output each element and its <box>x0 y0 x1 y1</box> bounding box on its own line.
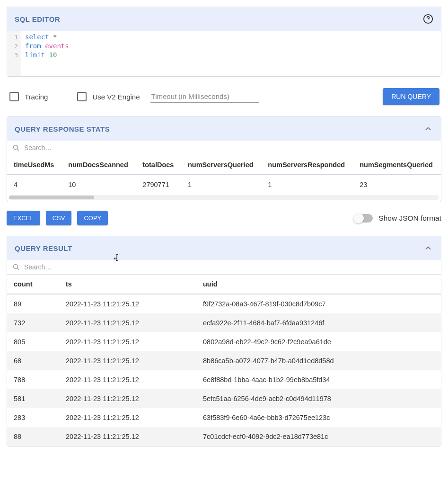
result-cell-ts: 2022-11-23 11:21:25.12 <box>59 351 196 370</box>
result-search-bar <box>7 260 441 275</box>
stats-search-bar <box>7 141 441 155</box>
table-row[interactable]: 7322022-11-23 11:21:25.12ecfa922e-2f11-4… <box>7 313 441 332</box>
sql-editor-panel: SQL EDITOR 1 2 3 select * from events li… <box>7 7 441 77</box>
json-toggle[interactable] <box>355 214 373 223</box>
stats-table-scroll[interactable]: timeUsedMs numDocsScanned totalDocs numS… <box>7 155 441 194</box>
csv-button[interactable]: CSV <box>46 211 72 225</box>
result-cell-ts: 2022-11-23 11:21:25.12 <box>59 370 196 389</box>
table-row[interactable]: 892022-11-23 11:21:25.12f9f2732a-08a3-46… <box>7 294 441 313</box>
gutter-line: 2 <box>10 42 18 51</box>
result-table: count ts uuid 892022-11-23 11:21:25.12f9… <box>7 275 441 446</box>
table-row[interactable]: 2832022-11-23 11:21:25.1263f583f9-6e60-4… <box>7 408 441 427</box>
stats-header[interactable]: QUERY RESPONSE STATS <box>7 117 441 141</box>
table-row[interactable]: 8052022-11-23 11:21:25.120802a98d-eb22-4… <box>7 332 441 351</box>
result-cell-count: 68 <box>7 351 59 370</box>
gutter-line: 3 <box>10 51 18 60</box>
result-cell-count: 805 <box>7 332 59 351</box>
gutter-line: 1 <box>10 33 18 42</box>
horizontal-scrollbar[interactable] <box>9 195 439 200</box>
svg-point-2 <box>13 145 18 149</box>
copy-button[interactable]: COPY <box>77 211 108 225</box>
chevron-up-icon[interactable] <box>423 124 433 134</box>
result-cell-uuid: 6e8f88bd-1bba-4aac-b1b2-99eb8ba5fd34 <box>196 370 441 389</box>
code-lines[interactable]: select * from events limit 10 <box>21 31 441 76</box>
json-toggle-label: Show JSON format <box>378 214 441 223</box>
result-header[interactable]: QUERY RESULT <box>7 236 441 260</box>
result-cell-ts: 2022-11-23 11:21:25.12 <box>59 427 196 446</box>
result-cell-count: 88 <box>7 427 59 446</box>
result-cell-ts: 2022-11-23 11:21:25.12 <box>59 313 196 332</box>
stats-panel: QUERY RESPONSE STATS timeUsedMs numDocsS… <box>7 116 441 202</box>
stats-col-header[interactable]: numSegmentsQueried <box>353 155 441 175</box>
result-cell-ts: 2022-11-23 11:21:25.12 <box>59 389 196 408</box>
controls-row: Tracing Use V2 Engine RUN QUERY <box>7 85 441 116</box>
result-cell-count: 283 <box>7 408 59 427</box>
stats-col-header[interactable]: numServersResponded <box>261 155 353 175</box>
usev2-checkbox[interactable]: Use V2 Engine <box>77 92 140 101</box>
run-query-button[interactable]: RUN QUERY <box>383 88 439 105</box>
stats-header-row: timeUsedMs numDocsScanned totalDocs numS… <box>7 155 441 175</box>
tracing-checkbox[interactable]: Tracing <box>9 92 48 101</box>
checkbox-box-icon <box>9 92 19 101</box>
result-cell-uuid: 7c01cdcf-ecf0-4092-9dc2-ea18d773e81c <box>196 427 441 446</box>
stats-cell: 23 <box>353 175 441 194</box>
result-cell-uuid: 8b86ca5b-a072-4077-b47b-a04d1ed8d58d <box>196 351 441 370</box>
excel-button[interactable]: EXCEL <box>7 211 40 225</box>
stats-col-header[interactable]: numDocsScanned <box>61 155 136 175</box>
result-col-header[interactable]: count <box>7 275 59 294</box>
result-cell-uuid: 63f583f9-6e60-4a6e-bbb3-d72675ee123c <box>196 408 441 427</box>
code-line: select * <box>25 33 437 42</box>
result-cell-uuid: f9f2732a-08a3-467f-819f-030c8d7b09c7 <box>196 294 441 313</box>
code-line: limit 10 <box>25 51 437 60</box>
result-panel: QUERY RESULT count ts uuid <box>7 236 441 446</box>
stats-cell: 4 <box>7 175 61 194</box>
table-row[interactable]: 5812022-11-23 11:21:25.125efc51aa-6256-4… <box>7 389 441 408</box>
stats-col-header[interactable]: numServersQueried <box>181 155 261 175</box>
usev2-label: Use V2 Engine <box>92 93 140 101</box>
svg-point-3 <box>13 264 18 268</box>
json-toggle-wrap: Show JSON format <box>355 214 441 223</box>
code-line: from events <box>25 42 437 51</box>
checkbox-box-icon <box>77 92 87 101</box>
result-cell-count: 732 <box>7 313 59 332</box>
stats-cell: 10 <box>61 175 136 194</box>
export-row: EXCEL CSV COPY Show JSON format <box>7 211 441 225</box>
table-row[interactable]: 882022-11-23 11:21:25.127c01cdcf-ecf0-40… <box>7 427 441 446</box>
result-cell-ts: 2022-11-23 11:21:25.12 <box>59 408 196 427</box>
stats-search-input[interactable] <box>24 144 436 152</box>
result-header-row: count ts uuid <box>7 275 441 294</box>
help-icon[interactable] <box>423 14 433 24</box>
result-cell-uuid: ecfa922e-2f11-4684-baf7-6fdaa931246f <box>196 313 441 332</box>
table-row[interactable]: 7882022-11-23 11:21:25.126e8f88bd-1bba-4… <box>7 370 441 389</box>
stats-cell: 1 <box>181 175 261 194</box>
result-cell-count: 788 <box>7 370 59 389</box>
stats-cell: 2790771 <box>136 175 181 194</box>
stats-cell: 1 <box>261 175 353 194</box>
sql-editor-title: SQL EDITOR <box>15 15 60 23</box>
result-search-input[interactable] <box>24 263 436 271</box>
code-gutter: 1 2 3 <box>7 31 21 76</box>
stats-col-header[interactable]: timeUsedMs <box>7 155 61 175</box>
search-icon <box>12 263 20 271</box>
result-cell-uuid: 0802a98d-eb22-49c2-9c62-f2c9ea9a61de <box>196 332 441 351</box>
table-row[interactable]: 682022-11-23 11:21:25.128b86ca5b-a072-40… <box>7 351 441 370</box>
svg-point-1 <box>428 21 428 21</box>
scrollbar-thumb[interactable] <box>9 196 94 199</box>
sql-code-editor[interactable]: 1 2 3 select * from events limit 10 <box>7 31 441 76</box>
result-cell-ts: 2022-11-23 11:21:25.12 <box>59 332 196 351</box>
result-col-header[interactable]: ts <box>59 275 196 294</box>
toggle-knob <box>353 213 364 223</box>
result-title: QUERY RESULT <box>15 244 72 252</box>
stats-table: timeUsedMs numDocsScanned totalDocs numS… <box>7 155 441 194</box>
result-cell-ts: 2022-11-23 11:21:25.12 <box>59 294 196 313</box>
stats-title: QUERY RESPONSE STATS <box>15 125 110 133</box>
result-cell-uuid: 5efc51aa-6256-4de9-acb2-c0d494d11978 <box>196 389 441 408</box>
stats-row: 4 10 2790771 1 1 23 <box>7 175 441 194</box>
result-table-scroll[interactable]: count ts uuid 892022-11-23 11:21:25.12f9… <box>7 275 441 446</box>
stats-col-header[interactable]: totalDocs <box>136 155 181 175</box>
chevron-up-icon[interactable] <box>423 243 433 253</box>
result-col-header[interactable]: uuid <box>196 275 441 294</box>
timeout-input[interactable] <box>150 90 259 103</box>
sql-editor-header: SQL EDITOR <box>7 7 441 31</box>
search-icon <box>12 143 20 152</box>
